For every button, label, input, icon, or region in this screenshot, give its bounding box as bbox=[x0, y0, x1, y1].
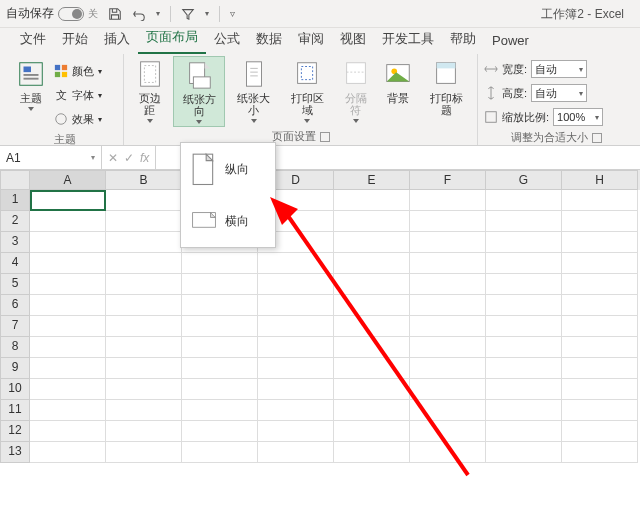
select-all-corner[interactable] bbox=[0, 170, 30, 190]
row-header[interactable]: 6 bbox=[0, 295, 30, 316]
scale-combo[interactable]: 100%▾ bbox=[553, 108, 603, 126]
cell[interactable] bbox=[486, 232, 562, 253]
cell[interactable] bbox=[106, 379, 182, 400]
row-header[interactable]: 13 bbox=[0, 442, 30, 463]
print-area-button[interactable]: 打印区域 bbox=[283, 56, 333, 125]
cell[interactable] bbox=[182, 337, 258, 358]
filter-icon[interactable] bbox=[181, 7, 195, 21]
orientation-button[interactable]: 纸张方向 bbox=[173, 56, 225, 127]
undo-caret-icon[interactable]: ▾ bbox=[156, 9, 160, 18]
cell[interactable] bbox=[562, 358, 638, 379]
cell[interactable] bbox=[258, 442, 334, 463]
cell[interactable] bbox=[30, 400, 106, 421]
cell[interactable] bbox=[486, 400, 562, 421]
cell[interactable] bbox=[30, 379, 106, 400]
cell[interactable] bbox=[410, 379, 486, 400]
cell[interactable] bbox=[30, 274, 106, 295]
cell[interactable] bbox=[334, 295, 410, 316]
qat-customize-icon[interactable]: ▿ bbox=[230, 8, 235, 19]
cell[interactable] bbox=[486, 358, 562, 379]
cancel-icon[interactable]: ✕ bbox=[108, 151, 118, 165]
cell[interactable] bbox=[334, 379, 410, 400]
cell[interactable] bbox=[334, 316, 410, 337]
cell[interactable] bbox=[334, 190, 410, 211]
cell[interactable] bbox=[106, 253, 182, 274]
row-header[interactable]: 12 bbox=[0, 421, 30, 442]
cell[interactable] bbox=[486, 337, 562, 358]
cell[interactable] bbox=[562, 316, 638, 337]
breaks-button[interactable]: 分隔符 bbox=[336, 56, 375, 125]
cell[interactable] bbox=[410, 442, 486, 463]
cell[interactable] bbox=[334, 400, 410, 421]
cell[interactable] bbox=[182, 253, 258, 274]
row-header[interactable]: 2 bbox=[0, 211, 30, 232]
cell[interactable] bbox=[486, 295, 562, 316]
col-header[interactable]: B bbox=[106, 170, 182, 190]
row-header[interactable]: 1 bbox=[0, 190, 30, 211]
cell[interactable] bbox=[258, 253, 334, 274]
col-header[interactable]: E bbox=[334, 170, 410, 190]
cell[interactable] bbox=[30, 190, 106, 211]
cell[interactable] bbox=[486, 253, 562, 274]
cell[interactable] bbox=[486, 190, 562, 211]
cell[interactable] bbox=[334, 337, 410, 358]
cell[interactable] bbox=[30, 253, 106, 274]
name-box[interactable]: A1 ▾ bbox=[0, 146, 102, 169]
cell[interactable] bbox=[486, 316, 562, 337]
orientation-landscape[interactable]: 横向 bbox=[181, 195, 275, 247]
tab-home[interactable]: 开始 bbox=[54, 26, 96, 54]
colors-button[interactable]: 颜色▾ bbox=[54, 60, 102, 82]
col-header[interactable]: A bbox=[30, 170, 106, 190]
tab-insert[interactable]: 插入 bbox=[96, 26, 138, 54]
cell[interactable] bbox=[106, 400, 182, 421]
cell[interactable] bbox=[182, 274, 258, 295]
cell[interactable] bbox=[258, 358, 334, 379]
themes-button[interactable]: 主题 bbox=[12, 56, 50, 113]
cell[interactable] bbox=[30, 316, 106, 337]
margins-button[interactable]: 页边距 bbox=[130, 56, 169, 125]
cell[interactable] bbox=[562, 337, 638, 358]
cell[interactable] bbox=[182, 442, 258, 463]
cell[interactable] bbox=[258, 316, 334, 337]
cell[interactable] bbox=[106, 211, 182, 232]
cell[interactable] bbox=[486, 379, 562, 400]
cell[interactable] bbox=[334, 232, 410, 253]
col-header[interactable]: H bbox=[562, 170, 638, 190]
col-header[interactable]: F bbox=[410, 170, 486, 190]
cell[interactable] bbox=[486, 421, 562, 442]
row-header[interactable]: 4 bbox=[0, 253, 30, 274]
background-button[interactable]: 背景 bbox=[379, 56, 417, 106]
cell[interactable] bbox=[562, 295, 638, 316]
cell[interactable] bbox=[258, 379, 334, 400]
row-header[interactable]: 10 bbox=[0, 379, 30, 400]
cell[interactable] bbox=[30, 211, 106, 232]
cell[interactable] bbox=[562, 379, 638, 400]
cell[interactable] bbox=[30, 442, 106, 463]
cell[interactable] bbox=[410, 190, 486, 211]
cell[interactable] bbox=[562, 253, 638, 274]
cell[interactable] bbox=[182, 421, 258, 442]
cell[interactable] bbox=[258, 337, 334, 358]
cell[interactable] bbox=[410, 295, 486, 316]
row-header[interactable]: 11 bbox=[0, 400, 30, 421]
undo-icon[interactable] bbox=[132, 7, 146, 21]
scale-launcher[interactable] bbox=[592, 133, 602, 143]
cell[interactable] bbox=[258, 295, 334, 316]
col-header[interactable]: G bbox=[486, 170, 562, 190]
cell[interactable] bbox=[562, 421, 638, 442]
row-header[interactable]: 3 bbox=[0, 232, 30, 253]
row-header[interactable]: 5 bbox=[0, 274, 30, 295]
cell[interactable] bbox=[410, 358, 486, 379]
cell[interactable] bbox=[106, 232, 182, 253]
cell[interactable] bbox=[30, 232, 106, 253]
cell[interactable] bbox=[410, 421, 486, 442]
cell[interactable] bbox=[258, 421, 334, 442]
tab-data[interactable]: 数据 bbox=[248, 26, 290, 54]
height-combo[interactable]: 自动▾ bbox=[531, 84, 587, 102]
cell[interactable] bbox=[30, 337, 106, 358]
size-button[interactable]: 纸张大小 bbox=[229, 56, 279, 125]
cell[interactable] bbox=[562, 232, 638, 253]
cell[interactable] bbox=[562, 442, 638, 463]
cell[interactable] bbox=[562, 400, 638, 421]
cell[interactable] bbox=[106, 358, 182, 379]
